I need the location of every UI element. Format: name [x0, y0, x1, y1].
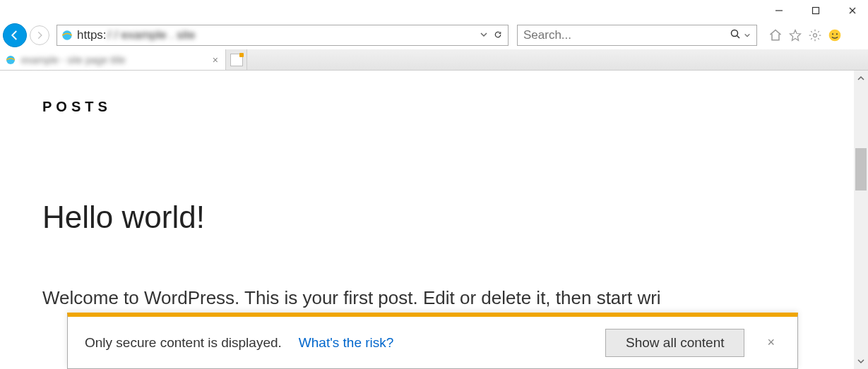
- svg-point-10: [836, 33, 838, 35]
- window-titlebar: [0, 0, 868, 21]
- url-scheme: https:: [77, 28, 107, 42]
- refresh-icon[interactable]: [494, 29, 502, 42]
- scroll-thumb[interactable]: [855, 148, 867, 190]
- tools-icon[interactable]: [808, 28, 822, 42]
- close-button[interactable]: [843, 4, 862, 18]
- search-bar[interactable]: [517, 25, 757, 46]
- svg-point-7: [814, 34, 817, 37]
- browser-toolbar: https: / / example . site: [0, 21, 868, 49]
- ie-logo-icon: [4, 54, 17, 66]
- search-dropdown-icon[interactable]: [744, 29, 751, 42]
- search-icon[interactable]: [730, 28, 741, 42]
- show-all-content-button[interactable]: Show all content: [605, 329, 744, 357]
- back-button[interactable]: [3, 23, 27, 47]
- tab-close-button[interactable]: ×: [210, 54, 221, 66]
- tab-strip: example - site page title ×: [0, 49, 868, 71]
- notification-message: Only secure content is displayed.: [85, 335, 282, 351]
- new-tab-button[interactable]: [226, 49, 247, 70]
- new-tab-icon: [230, 54, 243, 66]
- svg-point-11: [6, 56, 15, 64]
- address-bar[interactable]: https: / / example . site: [57, 25, 509, 46]
- svg-point-5: [732, 30, 738, 37]
- post-body: Welcome to WordPress. This is your first…: [42, 284, 811, 312]
- vertical-scrollbar[interactable]: [854, 71, 868, 369]
- svg-line-6: [737, 36, 740, 39]
- ie-logo-icon: [60, 28, 74, 42]
- section-label: POSTS: [42, 99, 811, 115]
- tab-active[interactable]: example - site page title ×: [0, 49, 226, 70]
- scroll-up-button[interactable]: [854, 72, 868, 85]
- security-notification-bar: Only secure content is displayed. What's…: [67, 313, 798, 369]
- home-icon[interactable]: [768, 28, 783, 42]
- svg-point-8: [829, 30, 841, 42]
- smiley-icon[interactable]: [828, 28, 842, 42]
- dropdown-icon[interactable]: [480, 29, 488, 42]
- search-input[interactable]: [523, 28, 730, 42]
- minimize-button[interactable]: [769, 4, 789, 18]
- url-text: / / example . site: [107, 28, 474, 42]
- toolbar-right-icons: [768, 28, 842, 42]
- notification-link[interactable]: What's the risk?: [299, 335, 394, 351]
- svg-rect-1: [813, 8, 819, 14]
- notification-close-button[interactable]: ×: [761, 332, 780, 353]
- svg-point-4: [62, 30, 71, 40]
- favorites-icon[interactable]: [788, 28, 802, 42]
- svg-point-9: [832, 33, 833, 35]
- tab-title: example - site page title: [21, 54, 206, 66]
- address-bar-controls: [474, 29, 508, 42]
- scroll-down-button[interactable]: [854, 355, 868, 368]
- post-heading[interactable]: Hello world!: [42, 200, 811, 235]
- maximize-button[interactable]: [806, 4, 826, 18]
- forward-button[interactable]: [30, 25, 49, 45]
